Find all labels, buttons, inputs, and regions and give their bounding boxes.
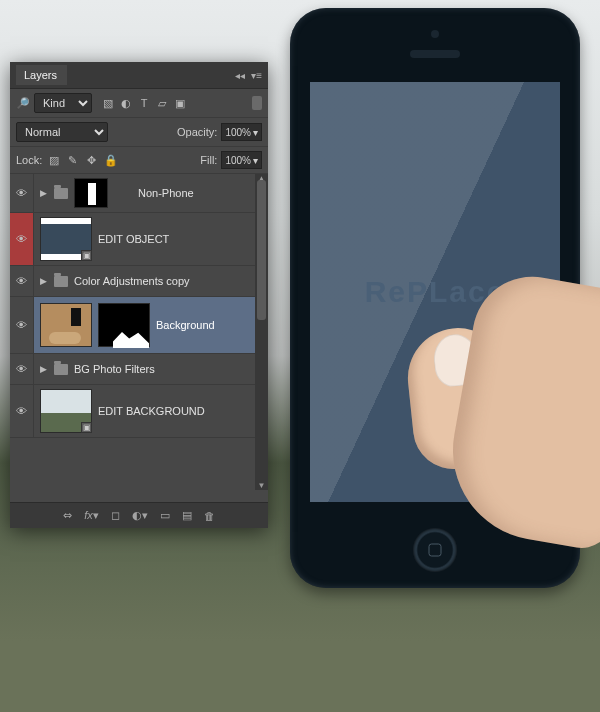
lock-transparent-icon[interactable]: ▨ <box>46 154 61 167</box>
layer-row-color-adjustments[interactable]: 👁 ▶ Color Adjustments copy <box>10 266 268 297</box>
fx-icon[interactable]: fx▾ <box>84 509 99 522</box>
panel-titlebar[interactable]: Layers ◂◂ ▾≡ <box>10 62 268 89</box>
layer-thumbnail[interactable]: ▣ <box>40 217 92 261</box>
layer-mask-thumb[interactable] <box>98 303 150 347</box>
folder-icon <box>54 276 68 287</box>
chevron-down-icon[interactable]: ▾ <box>253 155 258 166</box>
phone-camera <box>431 30 439 38</box>
layer-name[interactable]: Non-Phone <box>138 187 194 199</box>
collapse-icon[interactable]: ◂◂ <box>235 70 245 81</box>
link-layers-icon[interactable]: ⇔ <box>63 509 72 522</box>
lock-all-icon[interactable]: 🔒 <box>103 154 118 167</box>
shape-filter-icon[interactable]: ▱ <box>154 95 170 111</box>
filter-row: 🔎 Kind ▧ ◐ T ▱ ▣ <box>10 89 268 118</box>
smart-filter-icon[interactable]: ▣ <box>172 95 188 111</box>
panel-tab-layers[interactable]: Layers <box>16 65 67 85</box>
layers-scrollbar[interactable]: ▲ ▼ <box>255 174 268 490</box>
blend-row: Normal Opacity: 100%▾ <box>10 118 268 147</box>
lock-position-icon[interactable]: ✥ <box>84 154 99 167</box>
type-filter-icon[interactable]: T <box>136 95 152 111</box>
kind-filter-select[interactable]: Kind <box>34 93 92 113</box>
new-layer-icon[interactable]: ▤ <box>182 509 192 522</box>
layer-row-edit-object[interactable]: 👁 ▣ EDIT OBJECT <box>10 213 268 266</box>
pixel-filter-icon[interactable]: ▧ <box>100 95 116 111</box>
folder-icon <box>54 188 68 199</box>
layer-row-non-phone[interactable]: 👁 ▶ Non-Phone <box>10 174 268 213</box>
visibility-toggle[interactable]: 👁 <box>16 319 27 331</box>
lock-pixels-icon[interactable]: ✎ <box>65 154 80 167</box>
layer-name[interactable]: EDIT BACKGROUND <box>98 405 205 417</box>
layers-list: 👁 ▶ Non-Phone 👁 ▣ EDIT OBJECT <box>10 174 268 490</box>
visibility-toggle[interactable]: 👁 <box>16 275 27 287</box>
panel-menu-icon[interactable]: ▾≡ <box>251 70 262 81</box>
fill-label: Fill: <box>200 154 217 166</box>
layer-thumbnail[interactable] <box>40 303 92 347</box>
layer-mask-thumb[interactable] <box>74 178 108 208</box>
filter-type-icons: ▧ ◐ T ▱ ▣ <box>100 95 188 111</box>
scroll-thumb[interactable] <box>257 180 266 320</box>
layers-panel: Layers ◂◂ ▾≡ 🔎 Kind ▧ ◐ T ▱ ▣ Normal Opa… <box>10 62 268 528</box>
adjust-filter-icon[interactable]: ◐ <box>118 95 134 111</box>
filter-toggle-icon[interactable] <box>252 96 262 110</box>
fill-input[interactable]: 100%▾ <box>221 151 262 169</box>
disclosure-icon[interactable]: ▶ <box>40 276 48 286</box>
disclosure-icon[interactable]: ▶ <box>40 188 48 198</box>
layer-row-bg-photo-filters[interactable]: 👁 ▶ BG Photo Filters <box>10 354 268 385</box>
layer-name[interactable]: Background <box>156 319 215 331</box>
visibility-toggle[interactable]: 👁 <box>16 233 27 245</box>
search-icon[interactable]: 🔎 <box>16 97 30 110</box>
scroll-down-icon[interactable]: ▼ <box>257 480 266 490</box>
visibility-toggle[interactable]: 👁 <box>16 405 27 417</box>
folder-icon <box>54 364 68 375</box>
lock-row: Lock: ▨ ✎ ✥ 🔒 Fill: 100%▾ <box>10 147 268 174</box>
add-mask-icon[interactable]: ◻ <box>111 509 120 522</box>
lock-label: Lock: <box>16 154 42 166</box>
new-group-icon[interactable]: ▭ <box>160 509 170 522</box>
trash-icon[interactable]: 🗑 <box>204 510 215 522</box>
smartobject-badge-icon: ▣ <box>81 422 92 433</box>
layer-row-background[interactable]: 👁 Background <box>10 297 268 354</box>
blend-mode-select[interactable]: Normal <box>16 122 108 142</box>
opacity-input[interactable]: 100%▾ <box>221 123 262 141</box>
visibility-toggle[interactable]: 👁 <box>16 363 27 375</box>
phone-earpiece <box>410 50 460 58</box>
panel-bottombar: ⇔ fx▾ ◻ ◐▾ ▭ ▤ 🗑 <box>10 502 268 528</box>
layer-thumbnail[interactable]: ▣ <box>40 389 92 433</box>
layer-row-edit-background[interactable]: 👁 ▣ EDIT BACKGROUND <box>10 385 268 438</box>
opacity-label: Opacity: <box>177 126 217 138</box>
layer-name[interactable]: EDIT OBJECT <box>98 233 169 245</box>
adjustment-layer-icon[interactable]: ◐▾ <box>132 509 148 522</box>
visibility-toggle[interactable]: 👁 <box>16 187 27 199</box>
home-button <box>413 528 457 572</box>
layer-name[interactable]: Color Adjustments copy <box>74 275 190 287</box>
chevron-down-icon[interactable]: ▾ <box>253 127 258 138</box>
smartobject-badge-icon: ▣ <box>81 250 92 261</box>
disclosure-icon[interactable]: ▶ <box>40 364 48 374</box>
layer-name[interactable]: BG Photo Filters <box>74 363 155 375</box>
